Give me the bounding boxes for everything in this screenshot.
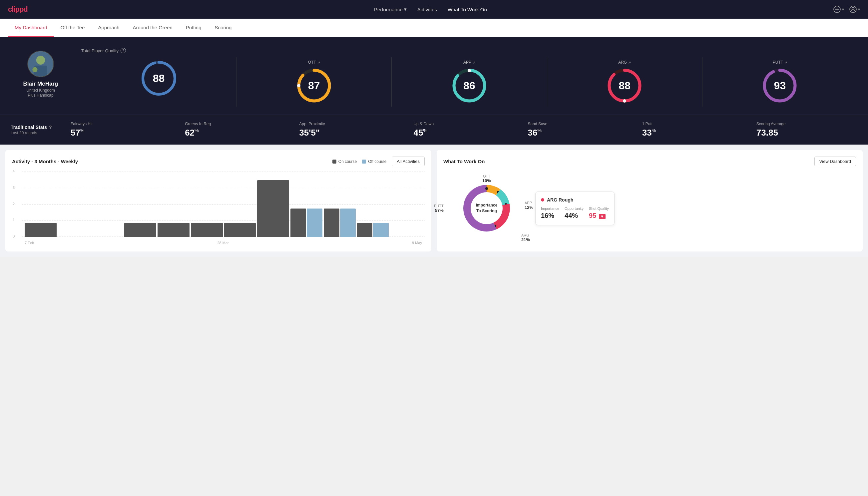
tab-off-the-tee[interactable]: Off the Tee [54,19,92,37]
bar-group [25,223,57,237]
work-on-panel-header: What To Work On View Dashboard [443,157,856,166]
arg-card-stats: Importance 16% Opportunity 44% Shot Qual… [541,206,609,219]
tab-around-the-green[interactable]: Around the Green [126,19,179,37]
donut-label-arg: ARG 21% [521,233,530,242]
ring-canvas-arg: 88 [606,67,643,104]
hero-top: Blair McHarg United Kingdom Plus Handica… [11,48,857,107]
putt-score: 93 [774,80,786,92]
stat-scoring: Scoring Average 73.85 [756,122,857,138]
bar-group [58,236,90,237]
ring-canvas-app: 86 [451,67,488,104]
bar-off-course [307,208,322,237]
legend-dot-on-course [332,159,336,164]
bar-group [324,208,356,237]
arg-card-dot [541,198,544,202]
donut-dot [485,187,488,190]
stat-proximity: App. Proximity 35'5" [299,122,400,138]
activity-panel-title: Activity - 3 Months - Weekly [12,158,78,164]
stat-value-proximity: 35'5" [299,128,320,138]
trad-help-icon[interactable]: ? [49,125,52,130]
tab-putting[interactable]: Putting [179,19,208,37]
activity-legend: On course Off course [332,159,387,164]
stat-greens: Greens In Reg 62% [185,122,286,138]
avatar [27,51,54,77]
work-on-panel-title: What To Work On [443,158,485,164]
bar-empty [91,236,123,237]
tab-scoring[interactable]: Scoring [208,19,238,37]
trend-arrow-putt: ↗ [784,61,787,64]
sub-tabs: My Dashboard Off the Tee Approach Around… [0,19,868,37]
bar-chart-area: 4 3 2 1 0 7 Feb 28 Mar 9 May [12,172,425,245]
trend-arrow-ott: ↗ [317,61,320,64]
hero-section: Blair McHarg United Kingdom Plus Handica… [0,37,868,114]
trad-stats-label: Traditional Stats ? Last 20 rounds [11,125,57,135]
trend-arrow-arg: ↗ [628,61,631,64]
donut-label-app: APP 12% [525,201,533,210]
bar-on-course [158,223,190,237]
nav-links: Performance ▾ Activities What To Work On [374,6,487,12]
ott-score: 87 [308,80,320,92]
bar-on-course [191,223,223,237]
bottom-panels: Activity - 3 Months - Weekly On course O… [0,144,868,257]
logo[interactable]: clippd [8,5,28,14]
stat-value-scoring: 73.85 [756,128,778,138]
stat-name-updown: Up & Down [413,122,434,126]
nav-performance[interactable]: Performance ▾ [374,6,407,12]
trend-arrow-app: ↗ [473,61,475,64]
arg-stat-shot-quality: Shot Quality 95 ▼ [589,206,609,219]
stat-fairways: Fairways Hit 57% [70,122,172,138]
stat-sandsave: Sand Save 36% [528,122,629,138]
player-name: Blair McHarg [23,81,58,87]
bar-on-course [357,223,373,237]
bar-group [390,236,422,237]
chevron-down-icon: ▾ [858,7,860,12]
bar-off-course [340,208,356,237]
stat-value-updown: 45% [413,128,427,138]
stat-name-1putt: 1 Putt [642,122,652,126]
svg-point-6 [36,56,45,65]
ring-canvas-total: 88 [141,60,177,97]
stat-updown: Up & Down 45% [413,122,514,138]
all-activities-button[interactable]: All Activities [392,157,425,166]
app-score: 86 [463,80,475,92]
nav-what-to-work-on[interactable]: What To Work On [448,7,487,12]
ring-putt: PUTT ↗ 93 [703,57,857,107]
bar-on-course [257,180,289,237]
bar-group [158,223,190,237]
legend-off-course: Off course [362,159,386,164]
ring-label-ott: OTT ↗ [308,60,320,65]
ring-arg: ARG ↗ 88 [547,57,703,107]
bar-group [224,223,256,237]
donut-area: ImportanceTo Scoring OTT 10% APP 12% ARG… [443,172,856,245]
svg-point-16 [468,69,471,72]
tab-approach[interactable]: Approach [91,19,126,37]
stat-name-fairways: Fairways Hit [70,122,93,126]
total-score: 88 [153,72,165,84]
stat-value-greens: 62% [185,128,199,138]
view-dashboard-button[interactable]: View Dashboard [815,157,856,166]
stat-name-proximity: App. Proximity [299,122,325,126]
trad-stats-period: Last 20 rounds [11,130,57,135]
scores-area: Total Player Quality ? 88 [81,48,857,107]
ring-label-arg: ARG ↗ [618,60,631,65]
stat-value-1putt: 33% [642,128,656,138]
bars-container [22,172,425,237]
arg-stat-opportunity: Opportunity 44% [565,206,584,219]
score-rings: 88 OTT ↗ 87 [81,57,857,107]
donut-label-ott: OTT 10% [482,174,491,183]
help-icon[interactable]: ? [121,48,126,53]
ring-app: APP ↗ 86 [392,57,547,107]
player-handicap: Plus Handicap [28,93,53,98]
bar-group [91,236,123,237]
bar-group [257,180,289,237]
add-button[interactable]: ▾ [833,6,844,13]
tab-my-dashboard[interactable]: My Dashboard [8,19,54,37]
stat-name-greens: Greens In Reg [185,122,211,126]
chevron-down-icon: ▾ [404,6,407,12]
nav-activities[interactable]: Activities [417,7,437,12]
donut-label-putt: PUTT 57% [434,204,444,213]
user-button[interactable]: ▾ [849,6,860,13]
legend-dot-off-course [362,159,366,164]
work-on-panel: What To Work On View Dashboard Importanc… [437,150,863,251]
activity-panel: Activity - 3 Months - Weekly On course O… [5,150,431,251]
